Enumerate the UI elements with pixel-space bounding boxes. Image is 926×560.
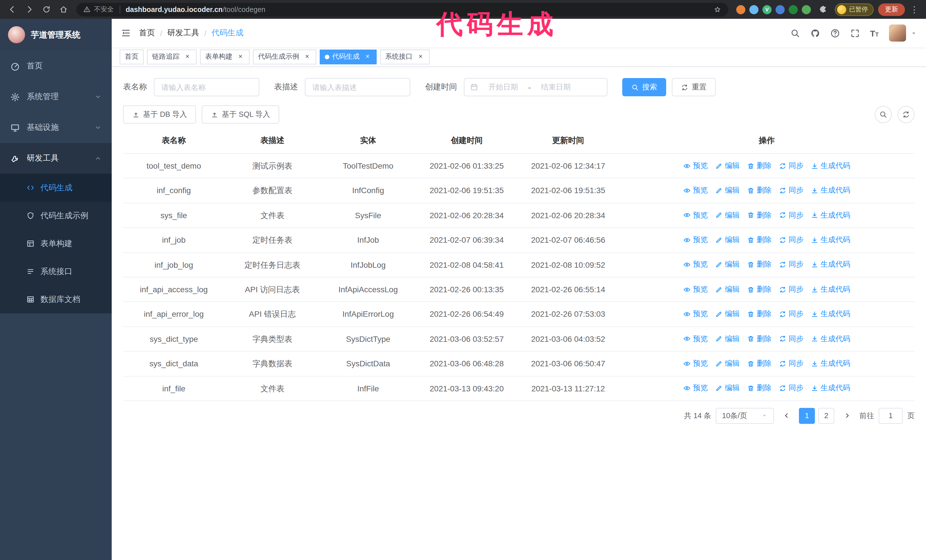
table-name-input[interactable] <box>154 78 259 96</box>
close-tab-icon[interactable]: × <box>183 53 191 61</box>
edit-action[interactable]: 编辑 <box>715 160 740 172</box>
user-menu-caret-icon[interactable] <box>911 30 917 36</box>
sync-action[interactable]: 同步 <box>779 234 803 246</box>
sync-action[interactable]: 同步 <box>779 160 803 172</box>
import-sql-button[interactable]: 基于 SQL 导入 <box>202 106 280 124</box>
generate-code-action[interactable]: 生成代码 <box>811 209 850 221</box>
delete-action[interactable]: 删除 <box>747 358 772 370</box>
generate-code-action[interactable]: 生成代码 <box>811 308 850 320</box>
tab-item[interactable]: 代码生成示例× <box>253 49 316 64</box>
sidebar-subitem[interactable]: 代码生成 <box>0 174 112 202</box>
sync-action[interactable]: 同步 <box>779 358 803 370</box>
preview-action[interactable]: 预览 <box>683 358 708 370</box>
sidebar-subitem[interactable]: 数据库文档 <box>0 285 112 313</box>
user-avatar[interactable] <box>889 24 906 42</box>
preview-action[interactable]: 预览 <box>683 333 708 345</box>
generate-code-action[interactable]: 生成代码 <box>811 234 850 246</box>
tab-item[interactable]: 链路追踪× <box>147 49 197 64</box>
sync-action[interactable]: 同步 <box>779 259 803 271</box>
edit-action[interactable]: 编辑 <box>715 209 740 221</box>
forward-button[interactable] <box>22 2 36 17</box>
edit-action[interactable]: 编辑 <box>715 184 740 196</box>
sidebar-toggle-icon[interactable] <box>121 28 131 38</box>
delete-action[interactable]: 删除 <box>747 234 772 246</box>
font-size-icon[interactable]: TT <box>870 29 879 37</box>
close-tab-icon[interactable]: × <box>303 53 311 61</box>
sync-action[interactable]: 同步 <box>779 308 803 320</box>
sidebar-item[interactable]: 首页 <box>0 51 112 82</box>
home-button[interactable] <box>56 2 71 17</box>
close-tab-icon[interactable]: × <box>416 53 425 61</box>
sidebar-item[interactable]: 基础设施 <box>0 112 112 143</box>
edit-action[interactable]: 编辑 <box>715 284 740 296</box>
delete-action[interactable]: 删除 <box>747 333 772 345</box>
delete-action[interactable]: 删除 <box>747 383 772 394</box>
tab-item[interactable]: 代码生成× <box>320 49 377 64</box>
edit-action[interactable]: 编辑 <box>715 308 740 320</box>
sync-action[interactable]: 同步 <box>779 184 803 196</box>
delete-action[interactable]: 删除 <box>747 284 772 296</box>
help-icon[interactable] <box>830 28 840 38</box>
preview-action[interactable]: 预览 <box>683 383 708 394</box>
sidebar-item[interactable]: 系统管理 <box>0 82 112 112</box>
extensions-puzzle-icon[interactable] <box>816 2 830 17</box>
profile-chip[interactable]: 已暂停 <box>835 3 873 16</box>
page-size-select[interactable]: 10条/页 <box>716 408 774 424</box>
breadcrumb-item[interactable]: 研发工具 <box>167 28 199 38</box>
delete-action[interactable]: 删除 <box>747 160 772 172</box>
generate-code-action[interactable]: 生成代码 <box>811 358 850 370</box>
address-bar[interactable]: 不安全 dashboard.yudao.iocoder.cn/tool/code… <box>76 3 728 16</box>
generate-code-action[interactable]: 生成代码 <box>811 259 850 271</box>
refresh-table-button[interactable] <box>897 106 915 123</box>
edit-action[interactable]: 编辑 <box>715 383 740 394</box>
back-button[interactable] <box>5 2 20 17</box>
sync-action[interactable]: 同步 <box>779 383 803 394</box>
delete-action[interactable]: 删除 <box>747 308 772 320</box>
sync-action[interactable]: 同步 <box>779 333 803 345</box>
page-number-button[interactable]: 2 <box>818 408 834 424</box>
extension-terminal-icon[interactable] <box>789 5 798 14</box>
preview-action[interactable]: 预览 <box>683 308 708 320</box>
reset-button[interactable]: 重置 <box>672 78 716 96</box>
sidebar-item[interactable]: 研发工具 <box>0 143 112 174</box>
preview-action[interactable]: 预览 <box>683 234 708 246</box>
fullscreen-icon[interactable] <box>850 28 859 38</box>
bookmark-star-icon[interactable] <box>713 5 722 14</box>
extension-vue-icon[interactable]: V <box>763 5 772 14</box>
close-tab-icon[interactable]: × <box>236 53 244 61</box>
toggle-search-button[interactable] <box>875 106 892 123</box>
generate-code-action[interactable]: 生成代码 <box>811 333 850 345</box>
import-db-button[interactable]: 基于 DB 导入 <box>123 106 196 124</box>
generate-code-action[interactable]: 生成代码 <box>811 284 850 296</box>
prev-page-button[interactable] <box>778 408 794 424</box>
extension-leaf-icon[interactable] <box>802 5 811 14</box>
preview-action[interactable]: 预览 <box>683 259 708 271</box>
tab-item[interactable]: 首页 <box>120 49 144 64</box>
date-range-picker[interactable]: 开始日期 - 结束日期 <box>464 78 607 96</box>
edit-action[interactable]: 编辑 <box>715 234 740 246</box>
breadcrumb-item[interactable]: 首页 <box>139 28 155 38</box>
generate-code-action[interactable]: 生成代码 <box>811 160 850 172</box>
sidebar-subitem[interactable]: 表单构建 <box>0 229 112 258</box>
breadcrumb-item[interactable]: 代码生成 <box>212 28 244 38</box>
tab-item[interactable]: 系统接口× <box>380 49 430 64</box>
generate-code-action[interactable]: 生成代码 <box>811 184 850 196</box>
search-icon[interactable] <box>790 28 800 38</box>
github-icon[interactable] <box>810 28 820 38</box>
search-button[interactable]: 搜索 <box>622 78 666 96</box>
preview-action[interactable]: 预览 <box>683 160 708 172</box>
delete-action[interactable]: 删除 <box>747 184 772 196</box>
page-number-button[interactable]: 1 <box>799 408 815 424</box>
generate-code-action[interactable]: 生成代码 <box>811 383 850 394</box>
extension-blue-icon[interactable] <box>749 5 758 14</box>
chrome-update-button[interactable]: 更新 <box>878 3 905 16</box>
close-tab-icon[interactable]: × <box>363 53 372 61</box>
extension-orange-icon[interactable] <box>736 5 745 14</box>
preview-action[interactable]: 预览 <box>683 284 708 296</box>
goto-page-input[interactable] <box>879 408 903 424</box>
tab-item[interactable]: 表单构建× <box>200 49 250 64</box>
delete-action[interactable]: 删除 <box>747 209 772 221</box>
preview-action[interactable]: 预览 <box>683 184 708 196</box>
edit-action[interactable]: 编辑 <box>715 358 740 370</box>
preview-action[interactable]: 预览 <box>683 209 708 221</box>
